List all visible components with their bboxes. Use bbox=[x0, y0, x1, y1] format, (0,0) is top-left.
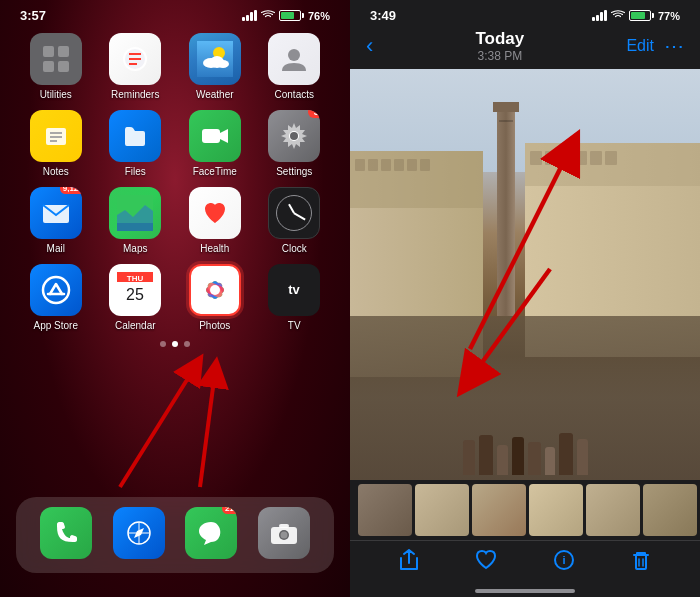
files-icon bbox=[109, 110, 161, 162]
svg-point-25 bbox=[43, 277, 69, 303]
app-appstore[interactable]: App Store bbox=[22, 264, 90, 331]
home-indicator-right bbox=[350, 587, 700, 597]
utilities-icon bbox=[30, 33, 82, 85]
nav-bar-right: ‹ Today 3:38 PM Edit ⋯ bbox=[350, 27, 700, 69]
dock-messages[interactable]: 213 bbox=[177, 507, 245, 563]
svg-rect-19 bbox=[202, 129, 220, 143]
app-notes[interactable]: Notes bbox=[22, 110, 90, 177]
facetime-label: FaceTime bbox=[193, 166, 237, 177]
app-calendar[interactable]: THU 25 Calendar bbox=[101, 264, 169, 331]
heart-button[interactable] bbox=[475, 549, 497, 571]
weather-icon bbox=[189, 33, 241, 85]
app-row-1: Utilities Reminders bbox=[16, 33, 334, 100]
battery-icon-right bbox=[629, 10, 654, 21]
dock-phone-icon bbox=[40, 507, 92, 559]
battery-icon-left bbox=[279, 10, 304, 21]
time-right: 3:49 bbox=[370, 8, 396, 23]
settings-icon: 3 bbox=[268, 110, 320, 162]
nav-title-main: Today bbox=[475, 29, 524, 49]
svg-point-22 bbox=[290, 132, 298, 140]
svg-rect-52 bbox=[279, 524, 289, 528]
dock-safari[interactable] bbox=[105, 507, 173, 563]
thumb-2[interactable] bbox=[415, 484, 469, 536]
status-icons-left: 76% bbox=[242, 10, 330, 22]
svg-line-44 bbox=[200, 372, 215, 487]
facetime-icon bbox=[189, 110, 241, 162]
dock-messages-icon: 213 bbox=[185, 507, 237, 559]
photos-label: Photos bbox=[199, 320, 230, 331]
thumb-1[interactable] bbox=[358, 484, 412, 536]
appstore-icon bbox=[30, 264, 82, 316]
app-reminders[interactable]: Reminders bbox=[101, 33, 169, 100]
app-photos[interactable]: Photos bbox=[181, 264, 249, 331]
app-settings[interactable]: 3 Settings bbox=[260, 110, 328, 177]
right-phone: 3:49 77% ‹ bbox=[350, 0, 700, 597]
app-maps[interactable]: Maps bbox=[101, 187, 169, 254]
app-contacts[interactable]: Contacts bbox=[260, 33, 328, 100]
svg-rect-1 bbox=[58, 46, 69, 57]
health-label: Health bbox=[200, 243, 229, 254]
app-grid: Utilities Reminders bbox=[0, 27, 350, 331]
more-button[interactable]: ⋯ bbox=[664, 34, 684, 58]
thumb-6[interactable] bbox=[643, 484, 697, 536]
dot-2 bbox=[172, 341, 178, 347]
edit-button[interactable]: Edit bbox=[626, 37, 654, 55]
app-appletv[interactable]: tv TV bbox=[260, 264, 328, 331]
thumbnail-strip bbox=[350, 480, 700, 540]
contacts-label: Contacts bbox=[275, 89, 314, 100]
wifi-icon-left bbox=[261, 10, 275, 21]
photos-icon bbox=[189, 264, 241, 316]
settings-badge: 3 bbox=[308, 110, 320, 118]
clock-icon bbox=[268, 187, 320, 239]
app-facetime[interactable]: FaceTime bbox=[181, 110, 249, 177]
appletv-label: TV bbox=[288, 320, 301, 331]
dock: 213 bbox=[16, 497, 334, 573]
svg-rect-0 bbox=[43, 46, 54, 57]
dock-camera-icon bbox=[258, 507, 310, 559]
dock-safari-icon bbox=[113, 507, 165, 559]
svg-point-51 bbox=[280, 532, 287, 539]
notes-icon bbox=[30, 110, 82, 162]
back-button[interactable]: ‹ bbox=[366, 33, 373, 59]
page-dots bbox=[0, 341, 350, 347]
dock-camera[interactable] bbox=[250, 507, 318, 563]
dot-1 bbox=[160, 341, 166, 347]
svg-point-40 bbox=[210, 285, 220, 295]
reminders-label: Reminders bbox=[111, 89, 159, 100]
bottom-toolbar: i bbox=[350, 540, 700, 587]
app-utilities[interactable]: Utilities bbox=[22, 33, 90, 100]
app-weather[interactable]: Weather bbox=[181, 33, 249, 100]
building-right-top bbox=[525, 143, 700, 186]
app-row-4: App Store THU 25 Calendar bbox=[16, 264, 334, 331]
info-button[interactable]: i bbox=[553, 549, 575, 571]
thumb-4[interactable] bbox=[529, 484, 583, 536]
calendar-icon: THU 25 bbox=[109, 264, 161, 316]
nav-title: Today 3:38 PM bbox=[475, 29, 524, 63]
svg-rect-2 bbox=[43, 61, 54, 72]
thumb-5[interactable] bbox=[586, 484, 640, 536]
signal-icon-left bbox=[242, 10, 257, 21]
svg-point-14 bbox=[288, 49, 300, 61]
crowd bbox=[350, 316, 700, 480]
app-row-2: Notes Files FaceTime bbox=[16, 110, 334, 177]
app-files[interactable]: Files bbox=[101, 110, 169, 177]
tower-top bbox=[493, 102, 519, 112]
messages-badge: 213 bbox=[222, 507, 237, 514]
app-mail[interactable]: 9,128 Mail bbox=[22, 187, 90, 254]
main-photo-container[interactable] bbox=[350, 69, 700, 480]
mail-label: Mail bbox=[47, 243, 65, 254]
app-clock[interactable]: Clock bbox=[260, 187, 328, 254]
signal-icon-right bbox=[592, 10, 607, 21]
app-health[interactable]: Health bbox=[181, 187, 249, 254]
battery-pct-left: 76% bbox=[308, 10, 330, 22]
delete-button[interactable] bbox=[630, 549, 652, 571]
maps-icon bbox=[109, 187, 161, 239]
thumb-3[interactable] bbox=[472, 484, 526, 536]
status-bar-left: 3:57 76% bbox=[0, 0, 350, 27]
wifi-icon-right bbox=[611, 10, 625, 21]
appstore-label: App Store bbox=[34, 320, 78, 331]
svg-rect-3 bbox=[58, 61, 69, 72]
share-button[interactable] bbox=[398, 549, 420, 571]
settings-label: Settings bbox=[276, 166, 312, 177]
dock-phone[interactable] bbox=[32, 507, 100, 563]
